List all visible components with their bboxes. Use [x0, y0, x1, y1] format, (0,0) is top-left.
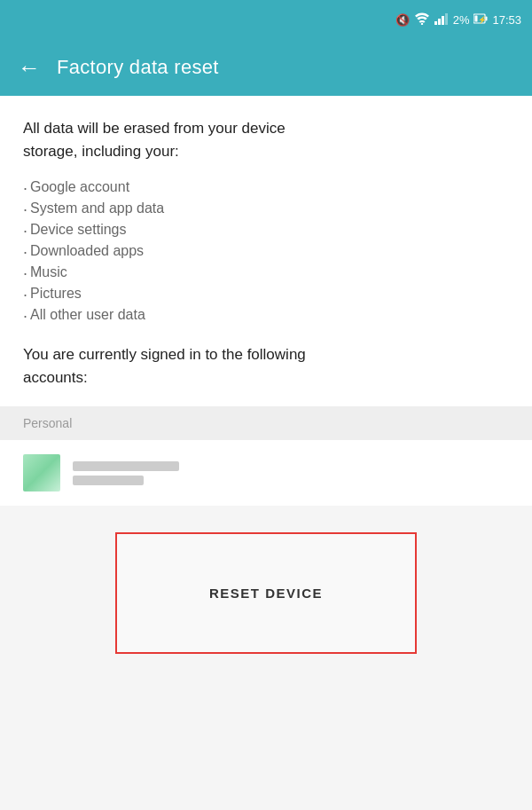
main-content: All data will be erased from your device…: [0, 96, 532, 406]
svg-point-0: [420, 22, 422, 24]
reset-device-button[interactable]: RESET DEVICE: [115, 532, 417, 654]
signal-icon: [434, 12, 449, 28]
account-row: [0, 440, 532, 506]
list-item: Music: [23, 262, 509, 283]
bottom-fill: [0, 689, 532, 811]
account-info: [73, 461, 179, 485]
list-item: System and app data: [23, 198, 509, 219]
battery-percent: 2%: [453, 13, 470, 27]
description-text: All data will be erased from your device…: [23, 117, 509, 162]
button-area: RESET DEVICE: [0, 506, 532, 689]
battery-icon: ⚡: [473, 13, 488, 27]
svg-rect-4: [445, 13, 448, 25]
back-button[interactable]: ←: [18, 56, 41, 79]
redacted-name: [73, 476, 144, 485]
account-avatar: [23, 454, 60, 492]
page-title: Factory data reset: [57, 56, 219, 79]
svg-rect-2: [438, 19, 441, 25]
svg-rect-3: [442, 16, 444, 25]
erased-items-list: Google account System and app data Devic…: [23, 177, 509, 326]
redacted-email: [73, 461, 179, 471]
wifi-icon: [414, 12, 430, 28]
list-item: Downloaded apps: [23, 240, 509, 262]
signed-in-text: You are currently signed in to the follo…: [23, 343, 509, 389]
mute-icon: 🔇: [395, 13, 410, 27]
svg-rect-1: [434, 21, 437, 25]
status-bar: 🔇 2%: [0, 0, 532, 39]
time-display: 17:53: [492, 13, 521, 27]
status-icons: 🔇 2%: [395, 12, 521, 28]
svg-text:⚡: ⚡: [478, 15, 487, 24]
list-item: All other user data: [23, 304, 509, 326]
list-item: Device settings: [23, 219, 509, 240]
personal-label: Personal: [23, 416, 72, 430]
top-bar: ← Factory data reset: [0, 39, 532, 96]
personal-section-header: Personal: [0, 406, 532, 440]
page-wrapper: 🔇 2%: [0, 0, 532, 810]
list-item: Pictures: [23, 283, 509, 304]
list-item: Google account: [23, 177, 509, 198]
